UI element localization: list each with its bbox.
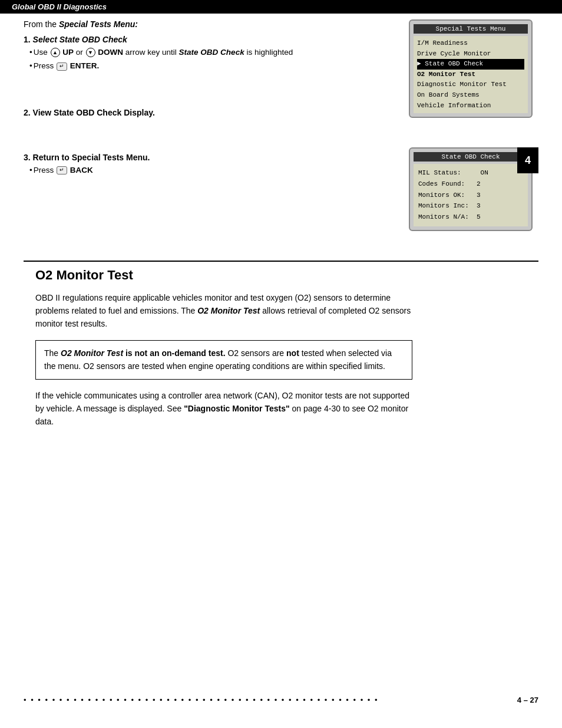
back-label: BACK <box>70 166 93 174</box>
step-1-bold-title: Select State OBD Check <box>33 35 127 44</box>
down-label: DOWN <box>98 48 123 57</box>
not-label: not <box>286 348 299 358</box>
o2-title: O2 Monitor Test <box>35 268 538 283</box>
step-1-title: 1. Select State OBD Check <box>24 35 391 44</box>
steps-section: From the Special Tests Menu: 1. Select S… <box>24 19 538 231</box>
o2-note-box: The O2 Monitor Test is not an on-demand … <box>35 340 412 380</box>
step-2: 2. View State OBD Check Display. <box>24 108 391 117</box>
screen1-item-1: Drive Cycle Monitor <box>417 50 491 57</box>
screen2-row-2: Monitors OK: 3 <box>418 190 523 201</box>
screen-spacer <box>409 124 538 141</box>
state-obd-label: State OBD Check <box>179 48 244 57</box>
screen2-row-0: MIL Status: ON <box>418 167 523 179</box>
header-bar: Global OBD II Diagnostics <box>0 0 562 14</box>
footer-dots: • • • • • • • • • • • • • • • • • • • • … <box>24 696 379 704</box>
screens-container: State OBD Check MIL Status: ON Codes Fou… <box>409 147 538 230</box>
step-3-title: 3. Return to Special Tests Menu. <box>24 153 391 162</box>
screen1-item-2-highlighted: ► State OBD Check <box>417 59 524 70</box>
step-2-title: 2. View State OBD Check Display. <box>24 108 391 117</box>
screen2-row-4: Monitors N/A: 5 <box>418 212 523 223</box>
step-3-bold-title: Return to Special Tests Menu. <box>33 153 150 162</box>
header-title: Global OBD II Diagnostics <box>12 2 107 11</box>
step-1-detail-1: •Use ▲ UP or ▼ DOWN arrow key until Stat… <box>29 47 391 58</box>
screen1-item-6: Vehicle Information <box>417 102 491 109</box>
screen1-body: I/M Readiness Drive Cycle Monitor ► Stat… <box>414 36 528 113</box>
step-3-detail-1: •Press ↵ BACK <box>29 164 391 176</box>
o2-monitor-test-label-1: O2 Monitor Test <box>197 306 260 315</box>
step-1-detail-2: •Press ↵ ENTER. <box>29 60 391 72</box>
menu-name-label: Special Tests Menu: <box>59 19 138 29</box>
screen1-item-4: Diagnostic Monitor Test <box>417 81 507 88</box>
o2-para-1: OBD II regulations require applicable ve… <box>35 291 412 331</box>
o2-note-text: The O2 Monitor Test is not an on-demand … <box>44 347 404 373</box>
down-arrow-icon: ▼ <box>86 48 95 57</box>
state-obd-screen: State OBD Check MIL Status: ON Codes Fou… <box>409 147 533 230</box>
page-number: 4 – 27 <box>517 696 538 704</box>
o2-can-para: If the vehicle communicates using a cont… <box>35 389 412 429</box>
up-arrow-icon: ▲ <box>51 48 60 57</box>
o2-monitor-test-label-2: O2 Monitor Test <box>61 348 123 358</box>
o2-section: O2 Monitor Test OBD II regulations requi… <box>0 262 562 440</box>
diagnostic-monitor-tests-link: "Diagnostic Monitor Tests" <box>184 404 289 413</box>
screen1-item-3: O2 Monitor Test <box>417 71 475 78</box>
enter-icon: ↵ <box>57 62 67 71</box>
steps-right: Special Tests Menu I/M Readiness Drive C… <box>409 19 538 231</box>
bullet-icon-2: • <box>29 61 32 70</box>
step-1: 1. Select State OBD Check •Use ▲ UP or ▼… <box>24 35 391 73</box>
screen2-body: MIL Status: ON Codes Found: 2 Monitors O… <box>414 164 528 226</box>
enter-label: ENTER. <box>70 61 100 70</box>
bullet-icon-3: • <box>29 166 32 174</box>
content-area: From the Special Tests Menu: 1. Select S… <box>0 14 562 255</box>
page-container: Global OBD II Diagnostics From the Speci… <box>0 0 562 728</box>
screen2-title: State OBD Check <box>414 152 528 162</box>
screen1-title: Special Tests Menu <box>414 24 528 34</box>
up-label: UP <box>62 48 74 57</box>
special-tests-screen: Special Tests Menu I/M Readiness Drive C… <box>409 19 533 118</box>
screen1-item-5: On Board Systems <box>417 91 480 98</box>
from-text: From the Special Tests Menu: <box>24 19 391 29</box>
bullet-icon: • <box>29 48 32 57</box>
tab-badge: 4 <box>517 147 538 173</box>
back-icon: ↵ <box>57 166 67 174</box>
step-3: 3. Return to Special Tests Menu. •Press … <box>24 153 391 176</box>
step-2-bold-title: View State OBD Check Display. <box>33 108 155 117</box>
steps-left: From the Special Tests Menu: 1. Select S… <box>24 19 397 231</box>
screen2-row-3: Monitors Inc: 3 <box>418 200 523 212</box>
footer: • • • • • • • • • • • • • • • • • • • • … <box>0 696 562 704</box>
screen2-row-1: Codes Found: 2 <box>418 179 523 190</box>
screen1-item-0: I/M Readiness <box>417 39 468 47</box>
